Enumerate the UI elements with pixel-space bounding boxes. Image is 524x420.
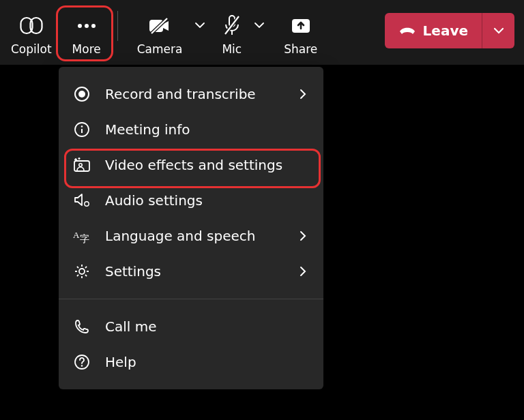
camera-off-icon: [148, 14, 171, 38]
chevron-right-icon: [297, 89, 308, 100]
chevron-right-icon: [297, 230, 308, 241]
leave-button-group: Leave: [385, 13, 514, 48]
camera-button[interactable]: Camera: [130, 5, 190, 60]
menu-item-call-me[interactable]: Call me: [59, 309, 323, 344]
camera-options-caret[interactable]: [192, 12, 208, 39]
info-icon: [72, 120, 91, 139]
share-icon: [291, 14, 311, 38]
svg-point-23: [79, 269, 85, 274]
leave-label: Leave: [423, 22, 468, 39]
chevron-right-icon: [297, 266, 308, 277]
menu-item-language[interactable]: A字 Language and speech: [59, 218, 323, 254]
language-icon: A字: [72, 226, 91, 245]
menu-item-settings[interactable]: Settings: [59, 254, 323, 289]
help-icon: [72, 352, 91, 372]
svg-point-25: [81, 365, 83, 366]
leave-button[interactable]: Leave: [385, 13, 482, 48]
speaker-icon: [72, 191, 91, 210]
svg-point-2: [78, 24, 82, 28]
menu-item-help[interactable]: Help: [59, 344, 323, 380]
share-button[interactable]: Share: [277, 5, 324, 60]
svg-point-4: [91, 24, 96, 28]
gear-icon: [72, 262, 91, 281]
copilot-button[interactable]: Copilot: [4, 5, 59, 60]
mic-off-icon: [222, 14, 242, 38]
mic-options-caret[interactable]: [251, 12, 267, 39]
svg-point-19: [79, 164, 82, 166]
menu-item-record[interactable]: Record and transcribe: [59, 76, 323, 112]
toolbar-divider: [117, 11, 118, 41]
menu-item-label: Settings: [105, 263, 284, 280]
svg-point-16: [81, 125, 83, 127]
menu-divider: [59, 299, 323, 299]
leave-options-caret[interactable]: [482, 13, 514, 48]
mic-button[interactable]: Mic: [215, 5, 248, 60]
copilot-label: Copilot: [11, 42, 52, 56]
svg-point-3: [85, 24, 89, 28]
record-icon: [72, 85, 91, 104]
hangup-icon: [398, 25, 416, 37]
share-label: Share: [284, 42, 317, 56]
menu-item-video-effects[interactable]: Video effects and settings: [59, 147, 323, 183]
mic-label: Mic: [222, 42, 242, 56]
copilot-icon: [19, 14, 44, 38]
more-button[interactable]: More: [66, 5, 108, 60]
video-effects-icon: [72, 155, 91, 175]
menu-item-label: Video effects and settings: [105, 157, 308, 173]
svg-text:字: 字: [80, 234, 89, 243]
camera-label: Camera: [137, 42, 183, 56]
more-icon: [76, 14, 97, 38]
menu-item-label: Meeting info: [105, 121, 308, 138]
svg-point-14: [78, 91, 85, 97]
menu-item-meeting-info[interactable]: Meeting info: [59, 112, 323, 147]
menu-item-label: Record and transcribe: [105, 86, 284, 102]
more-active-indicator: [74, 59, 100, 61]
more-dropdown: Record and transcribe Meeting info Video…: [59, 67, 323, 389]
menu-item-label: Help: [105, 354, 308, 370]
menu-item-audio-settings[interactable]: Audio settings: [59, 183, 323, 218]
menu-item-label: Call me: [105, 318, 308, 335]
phone-icon: [72, 317, 91, 336]
meeting-toolbar: Copilot More Camera: [0, 0, 524, 65]
svg-text:A: A: [73, 230, 80, 240]
menu-item-label: Audio settings: [105, 192, 308, 209]
menu-item-label: Language and speech: [105, 228, 284, 244]
more-label: More: [72, 42, 101, 56]
